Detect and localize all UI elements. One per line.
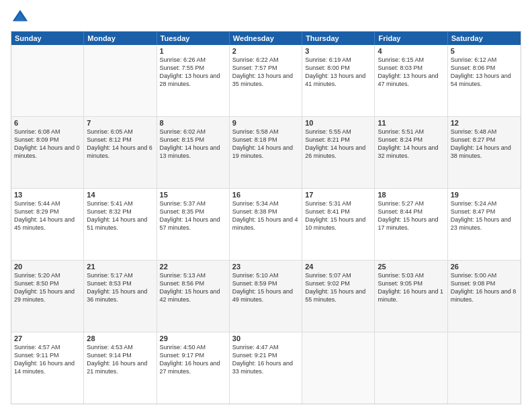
- calendar: SundayMondayTuesdayWednesdayThursdayFrid…: [11, 31, 521, 404]
- header-day-friday: Friday: [375, 32, 447, 45]
- day-number: 5: [451, 47, 518, 55]
- cell-info: Sunrise: 6:15 AMSunset: 8:03 PMDaylight:…: [378, 56, 444, 89]
- cal-cell-5-6: [375, 332, 447, 404]
- week-row-2: 6Sunrise: 6:08 AMSunset: 8:09 PMDaylight…: [11, 117, 521, 189]
- day-number: 1: [160, 47, 226, 55]
- header-day-thursday: Thursday: [302, 32, 375, 45]
- cell-info: Sunrise: 5:17 AMSunset: 8:53 PMDaylight:…: [87, 271, 153, 304]
- cal-cell-4-3: 22Sunrise: 5:13 AMSunset: 8:56 PMDayligh…: [157, 261, 230, 332]
- cell-info: Sunrise: 6:12 AMSunset: 8:06 PMDaylight:…: [451, 56, 518, 89]
- day-number: 29: [160, 334, 226, 342]
- header-day-wednesday: Wednesday: [230, 32, 302, 45]
- header-day-sunday: Sunday: [11, 32, 84, 45]
- cal-cell-4-5: 24Sunrise: 5:07 AMSunset: 9:02 PMDayligh…: [302, 261, 375, 332]
- day-number: 19: [451, 191, 518, 199]
- calendar-body: 1Sunrise: 6:26 AMSunset: 7:55 PMDaylight…: [11, 45, 521, 404]
- cal-cell-2-7: 12Sunrise: 5:48 AMSunset: 8:27 PMDayligh…: [448, 117, 521, 188]
- cell-info: Sunrise: 5:55 AMSunset: 8:21 PMDaylight:…: [305, 128, 371, 161]
- cell-info: Sunrise: 6:05 AMSunset: 8:12 PMDaylight:…: [87, 128, 153, 161]
- header-day-saturday: Saturday: [448, 32, 521, 45]
- cal-cell-5-7: [448, 332, 521, 404]
- cal-cell-2-6: 11Sunrise: 5:51 AMSunset: 8:24 PMDayligh…: [375, 117, 447, 188]
- cal-cell-4-4: 23Sunrise: 5:10 AMSunset: 8:59 PMDayligh…: [230, 261, 302, 332]
- day-number: 22: [160, 263, 226, 271]
- day-number: 28: [87, 334, 153, 342]
- day-number: 12: [451, 119, 518, 127]
- cell-info: Sunrise: 5:10 AMSunset: 8:59 PMDaylight:…: [232, 271, 299, 304]
- cell-info: Sunrise: 5:51 AMSunset: 8:24 PMDaylight:…: [378, 128, 444, 161]
- cell-info: Sunrise: 5:07 AMSunset: 9:02 PMDaylight:…: [305, 271, 371, 304]
- day-number: 15: [160, 191, 226, 199]
- day-number: 8: [160, 119, 226, 127]
- cal-cell-5-2: 28Sunrise: 4:53 AMSunset: 9:14 PMDayligh…: [84, 332, 157, 404]
- cal-cell-1-5: 3Sunrise: 6:19 AMSunset: 8:00 PMDaylight…: [302, 45, 375, 116]
- cell-info: Sunrise: 6:22 AMSunset: 7:57 PMDaylight:…: [232, 56, 299, 89]
- day-number: 18: [378, 191, 444, 199]
- cal-cell-1-7: 5Sunrise: 6:12 AMSunset: 8:06 PMDaylight…: [448, 45, 521, 116]
- day-number: 26: [451, 263, 518, 271]
- cal-cell-3-1: 13Sunrise: 5:44 AMSunset: 8:29 PMDayligh…: [11, 189, 84, 260]
- cal-cell-4-7: 26Sunrise: 5:00 AMSunset: 9:08 PMDayligh…: [448, 261, 521, 332]
- week-row-3: 13Sunrise: 5:44 AMSunset: 8:29 PMDayligh…: [11, 189, 521, 261]
- week-row-4: 20Sunrise: 5:20 AMSunset: 8:50 PMDayligh…: [11, 261, 521, 332]
- cal-cell-3-3: 15Sunrise: 5:37 AMSunset: 8:35 PMDayligh…: [157, 189, 230, 260]
- day-number: 11: [378, 119, 444, 127]
- day-number: 14: [87, 191, 153, 199]
- header: [11, 8, 521, 27]
- cal-cell-4-1: 20Sunrise: 5:20 AMSunset: 8:50 PMDayligh…: [11, 261, 84, 332]
- cell-info: Sunrise: 5:13 AMSunset: 8:56 PMDaylight:…: [160, 271, 226, 304]
- cell-info: Sunrise: 6:26 AMSunset: 7:55 PMDaylight:…: [160, 56, 226, 89]
- cal-cell-5-1: 27Sunrise: 4:57 AMSunset: 9:11 PMDayligh…: [11, 332, 84, 404]
- week-row-5: 27Sunrise: 4:57 AMSunset: 9:11 PMDayligh…: [11, 332, 521, 404]
- cal-cell-1-3: 1Sunrise: 6:26 AMSunset: 7:55 PMDaylight…: [157, 45, 230, 116]
- cell-info: Sunrise: 5:37 AMSunset: 8:35 PMDaylight:…: [160, 199, 226, 232]
- day-number: 6: [14, 119, 81, 127]
- page: SundayMondayTuesdayWednesdayThursdayFrid…: [0, 0, 532, 411]
- cell-info: Sunrise: 5:03 AMSunset: 9:05 PMDaylight:…: [378, 271, 444, 304]
- logo-icon: [11, 8, 30, 27]
- day-number: 7: [87, 119, 153, 127]
- cell-info: Sunrise: 5:34 AMSunset: 8:38 PMDaylight:…: [232, 199, 299, 232]
- day-number: 2: [232, 47, 299, 55]
- cal-cell-2-2: 7Sunrise: 6:05 AMSunset: 8:12 PMDaylight…: [84, 117, 157, 188]
- cell-info: Sunrise: 5:00 AMSunset: 9:08 PMDaylight:…: [451, 271, 518, 304]
- day-number: 21: [87, 263, 153, 271]
- header-day-monday: Monday: [84, 32, 157, 45]
- cell-info: Sunrise: 5:20 AMSunset: 8:50 PMDaylight:…: [14, 271, 81, 304]
- logo: [11, 8, 31, 27]
- cal-cell-5-4: 30Sunrise: 4:47 AMSunset: 9:21 PMDayligh…: [230, 332, 302, 404]
- day-number: 3: [305, 47, 371, 55]
- cell-info: Sunrise: 5:31 AMSunset: 8:41 PMDaylight:…: [305, 199, 371, 232]
- cell-info: Sunrise: 5:24 AMSunset: 8:47 PMDaylight:…: [451, 199, 518, 232]
- cell-info: Sunrise: 5:27 AMSunset: 8:44 PMDaylight:…: [378, 199, 444, 232]
- cal-cell-1-1: [11, 45, 84, 116]
- cell-info: Sunrise: 4:47 AMSunset: 9:21 PMDaylight:…: [232, 343, 299, 376]
- cal-cell-3-4: 16Sunrise: 5:34 AMSunset: 8:38 PMDayligh…: [230, 189, 302, 260]
- cal-cell-2-5: 10Sunrise: 5:55 AMSunset: 8:21 PMDayligh…: [302, 117, 375, 188]
- day-number: 9: [232, 119, 299, 127]
- day-number: 24: [305, 263, 371, 271]
- cal-cell-3-6: 18Sunrise: 5:27 AMSunset: 8:44 PMDayligh…: [375, 189, 447, 260]
- day-number: 30: [232, 334, 299, 342]
- cal-cell-5-5: [302, 332, 375, 404]
- cal-cell-1-4: 2Sunrise: 6:22 AMSunset: 7:57 PMDaylight…: [230, 45, 302, 116]
- cell-info: Sunrise: 6:02 AMSunset: 8:15 PMDaylight:…: [160, 128, 226, 161]
- cell-info: Sunrise: 4:50 AMSunset: 9:17 PMDaylight:…: [160, 343, 226, 376]
- cal-cell-2-4: 9Sunrise: 5:58 AMSunset: 8:18 PMDaylight…: [230, 117, 302, 188]
- cell-info: Sunrise: 5:58 AMSunset: 8:18 PMDaylight:…: [232, 128, 299, 161]
- calendar-header: SundayMondayTuesdayWednesdayThursdayFrid…: [11, 32, 521, 45]
- cell-info: Sunrise: 4:57 AMSunset: 9:11 PMDaylight:…: [14, 343, 81, 376]
- day-number: 16: [232, 191, 299, 199]
- cell-info: Sunrise: 6:19 AMSunset: 8:00 PMDaylight:…: [305, 56, 371, 89]
- cal-cell-1-2: [84, 45, 157, 116]
- cell-info: Sunrise: 5:48 AMSunset: 8:27 PMDaylight:…: [451, 128, 518, 161]
- cell-info: Sunrise: 4:53 AMSunset: 9:14 PMDaylight:…: [87, 343, 153, 376]
- cal-cell-3-7: 19Sunrise: 5:24 AMSunset: 8:47 PMDayligh…: [448, 189, 521, 260]
- cell-info: Sunrise: 6:08 AMSunset: 8:09 PMDaylight:…: [14, 128, 81, 161]
- day-number: 27: [14, 334, 81, 342]
- cal-cell-3-5: 17Sunrise: 5:31 AMSunset: 8:41 PMDayligh…: [302, 189, 375, 260]
- cal-cell-4-2: 21Sunrise: 5:17 AMSunset: 8:53 PMDayligh…: [84, 261, 157, 332]
- day-number: 17: [305, 191, 371, 199]
- day-number: 20: [14, 263, 81, 271]
- day-number: 10: [305, 119, 371, 127]
